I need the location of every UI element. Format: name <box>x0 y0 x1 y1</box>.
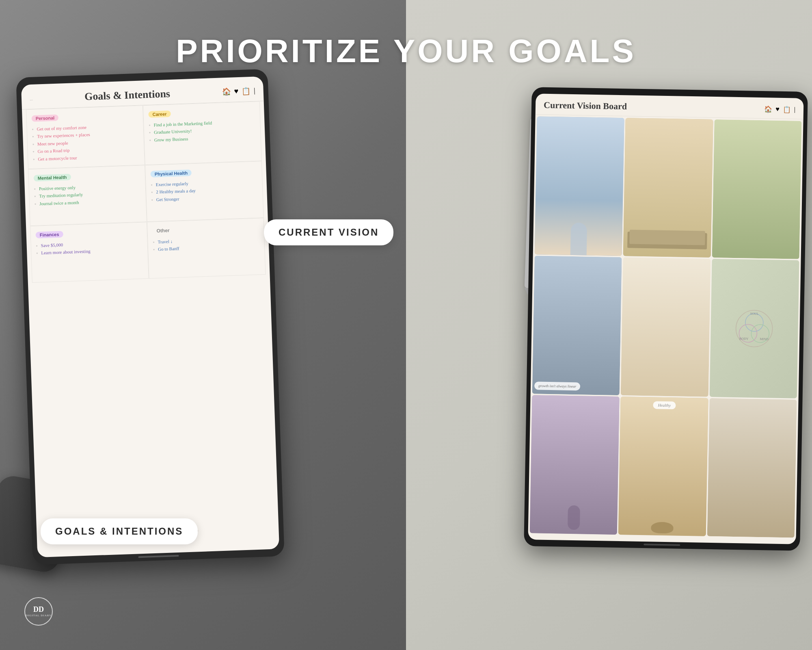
badge-career: Career <box>148 110 171 118</box>
logo-brand: DIGITAL DIARY <box>26 614 52 618</box>
badge-mental: Mental Health <box>34 174 71 182</box>
photo-cell-1 <box>535 116 624 256</box>
right-tablet: Current Vision Board 🏠 ♥ 📋 | <box>524 87 808 551</box>
vision-home-icon[interactable]: 🏠 <box>764 105 772 113</box>
list-icon[interactable]: 📋 <box>242 87 251 96</box>
photo-cell-7 <box>530 395 620 535</box>
vision-list-icon[interactable]: 📋 <box>783 105 791 113</box>
logo-initials: DD <box>33 605 44 614</box>
photo-cell-4: growth isn't always linear <box>532 256 622 395</box>
growth-bubble: growth isn't always linear <box>534 381 581 390</box>
logo: DD DIGITAL DIARY <box>24 597 53 626</box>
vision-row-3: Healthy <box>530 395 797 537</box>
photo-cell-8: Healthy <box>618 396 708 536</box>
vision-label: CURRENT VISION <box>264 219 393 245</box>
left-tablet: ... Goals & Intentions 🏠 ♥ 📋 | Personal … <box>16 69 285 565</box>
planner-grid: Personal Get out of my comfort zone Try … <box>22 101 270 283</box>
page-title: PRIORITIZE YOUR GOALS <box>176 32 636 70</box>
left-tablet-home-bar <box>138 555 179 558</box>
planner-nav-indicator: ... <box>30 96 33 101</box>
vision-row-2: growth isn't always linear SOUL BODY <box>532 256 799 398</box>
svg-text:MIND: MIND <box>760 337 769 341</box>
svg-text:BODY: BODY <box>739 337 749 340</box>
vision-row-1 <box>535 116 802 259</box>
divider: | <box>254 87 255 95</box>
badge-other: Other <box>152 227 174 235</box>
photo-cell-6: SOUL BODY MIND <box>709 259 799 399</box>
section-finances: Finances Save $5,000 Learn more about in… <box>30 222 149 283</box>
photo-cell-9 <box>707 398 797 538</box>
heart-icon[interactable]: ♥ <box>234 87 238 96</box>
goals-label: GOALS & INTENTIONS <box>41 518 198 544</box>
right-tablet-home-bar <box>644 544 680 546</box>
svg-point-1 <box>745 313 764 332</box>
section-mental-health: Mental Health Positive energy only Try m… <box>28 165 147 226</box>
badge-physical: Physical Health <box>150 169 192 178</box>
section-other: Other Travel ↓ Go to Banff <box>147 218 266 279</box>
left-tablet-screen: ... Goals & Intentions 🏠 ♥ 📋 | Personal … <box>21 76 279 557</box>
badge-personal: Personal <box>32 115 59 122</box>
vision-heart-icon[interactable]: ♥ <box>775 105 780 113</box>
vision-divider: | <box>794 106 796 113</box>
svg-text:SOUL: SOUL <box>750 312 759 315</box>
photo-cell-2 <box>623 118 713 258</box>
healthy-label: Healthy <box>653 401 676 409</box>
photo-cell-3 <box>712 119 801 259</box>
planner-icons: 🏠 ♥ 📋 | <box>222 87 255 97</box>
vision-board-content: growth isn't always linear SOUL BODY <box>528 115 803 541</box>
vision-title: Current Vision Board <box>544 100 627 112</box>
home-icon[interactable]: 🏠 <box>222 87 231 97</box>
photo-cell-5 <box>621 257 710 397</box>
vision-icons: 🏠 ♥ 📋 | <box>764 105 795 113</box>
planner-title: Goals & Intentions <box>84 88 171 103</box>
section-career: Career Find a job in the Marketing field… <box>143 101 262 165</box>
soul-body-mind-diagram: SOUL BODY MIND <box>734 308 775 349</box>
section-physical-health: Physical Health Exercise regularly 2 Hea… <box>145 161 264 222</box>
right-tablet-screen: Current Vision Board 🏠 ♥ 📋 | <box>528 93 803 544</box>
badge-finances: Finances <box>36 231 63 238</box>
section-personal: Personal Get out of my comfort zone Try … <box>26 105 145 169</box>
